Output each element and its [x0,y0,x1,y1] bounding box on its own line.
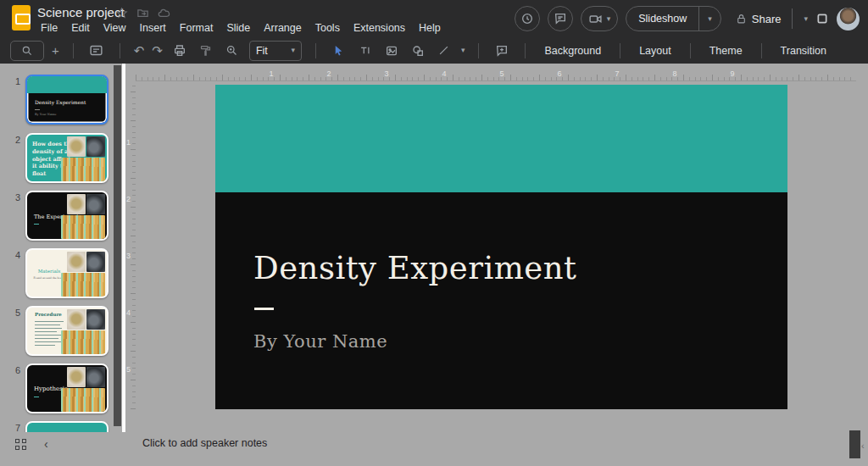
text-box-icon[interactable] [356,42,375,60]
right-panel-chevron-icon[interactable]: ‹ [861,441,865,451]
slide-number-4: 4 [0,250,20,260]
insert-shape-icon[interactable] [409,42,427,60]
filmstrip-scrollbar[interactable] [114,65,121,426]
thumb1-teal-band [27,76,107,93]
undo-icon[interactable]: ↶ [134,44,145,57]
insert-line-icon[interactable] [435,42,453,60]
bottles-photo [61,273,105,297]
slide-canvas: 12 34 56 78 9 12 34 5 Density Experiment… [125,64,868,432]
menu-view[interactable]: View [97,20,133,36]
slide-subtitle[interactable]: By Your Name [253,331,387,352]
thumb3-photos [67,194,105,239]
filmstrip-divider [122,64,125,432]
zoom-value: Fit [256,45,268,57]
slideshow-caret-icon[interactable]: ▾ [699,15,721,23]
menu-arrange[interactable]: Arrange [257,20,308,36]
thumb1-title: Density Experiment [35,99,86,105]
toolbar: + ↶ ↷ Fit ▾ ▾ Background Lay [0,37,868,64]
slide-thumbnail-6[interactable]: Hypothesis [25,363,108,413]
theme-button[interactable]: Theme [704,45,748,57]
scale-photo [86,194,105,214]
slide-filmstrip: 1 Density Experiment By Your Name 2 How … [0,64,125,432]
slide-number-3: 3 [0,192,20,202]
version-history-button[interactable] [515,6,540,31]
menu-extensions[interactable]: Extensions [347,20,412,36]
menu-file[interactable]: File [34,20,64,36]
bottles-photo [61,330,105,354]
bottles-photo [61,158,105,181]
paint-format-icon[interactable] [197,42,215,60]
google-slides-app: Science project File Edit View Insert Fo… [0,0,868,466]
menu-edit[interactable]: Edit [64,20,97,36]
redo-icon[interactable]: ↷ [152,44,163,57]
scale-photo [86,252,105,272]
top-right-controls: ▾ Slideshow ▾ Share ▾ [515,0,860,37]
slide-teal-band[interactable] [215,85,787,192]
slide-thumbnail-2[interactable]: How does the density of an object affect… [25,133,108,183]
collapse-filmstrip-icon[interactable]: ‹ [44,438,48,450]
comments-button[interactable] [548,6,573,31]
speaker-notes-bar: ‹ Click to add speaker notes [0,432,868,466]
zoom-select[interactable]: Fit ▾ [249,41,302,61]
zoom-in-icon[interactable] [223,42,242,60]
new-slide-plus-icon[interactable]: + [52,44,59,57]
bottles-photo [61,215,105,239]
line-caret-icon[interactable]: ▾ [461,47,465,54]
menu-bar: File Edit View Insert Format Slide Arran… [34,20,448,36]
slideshow-button-group: Slideshow ▾ [626,6,721,31]
thumb6-photos [67,367,105,412]
transition-button[interactable]: Transition [776,45,832,57]
speaker-notes-placeholder[interactable]: Click to add speaker notes [142,437,267,449]
measuring-cup-photo [67,136,86,157]
slide-number-7: 7 [0,423,20,432]
select-tool-icon[interactable] [330,42,348,60]
side-panel-icon[interactable] [815,12,829,25]
thumb1-subtitle: By Your Name [35,113,56,116]
slide-thumbnail-4[interactable]: Materials Found around the house [25,248,108,298]
slide-thumbnail-5[interactable]: Procedure [25,306,108,356]
layout-button[interactable]: Layout [634,45,676,57]
slide-thumbnail-3[interactable]: The Experiment [25,191,108,241]
share-button[interactable]: Share [736,13,782,25]
lock-icon [736,14,747,25]
search-icon [21,45,33,57]
thumb5-title: Procedure [35,312,62,317]
meet-button[interactable]: ▾ [581,6,619,31]
document-title[interactable]: Science project [37,5,125,19]
thumb5-photos [67,309,105,354]
account-avatar[interactable] [837,8,860,31]
share-label: Share [752,13,782,25]
search-menus-button[interactable] [10,41,44,61]
meet-caret-icon[interactable]: ▾ [607,15,611,23]
slide-thumbnail-1[interactable]: Density Experiment By Your Name [25,75,108,125]
header-divider [792,8,793,29]
scale-photo [86,136,105,157]
menu-tools[interactable]: Tools [309,20,347,36]
print-icon[interactable] [170,42,189,60]
slide-layout-icon[interactable] [87,42,106,60]
slide-title-dash [254,308,274,310]
menu-format[interactable]: Format [173,20,220,36]
insert-comment-icon[interactable] [492,42,511,60]
insert-image-icon[interactable] [382,42,401,60]
slide-title[interactable]: Density Experiment [253,250,576,286]
zoom-caret-icon: ▾ [291,47,295,54]
right-panel-handle[interactable] [849,430,860,458]
menu-slide[interactable]: Slide [220,20,257,36]
measuring-cup-photo [67,367,86,387]
slides-logo-icon[interactable] [12,5,31,31]
share-caret-icon[interactable]: ▾ [804,15,808,23]
thumb4-photos [67,252,105,297]
slide-page[interactable]: Density Experiment By Your Name [215,85,787,409]
thumb2-photos [67,136,105,181]
slide-thumbnail-7[interactable] [25,421,108,432]
scale-photo [86,309,105,330]
top-bar: Science project File Edit View Insert Fo… [0,0,868,37]
menu-insert[interactable]: Insert [133,20,173,36]
background-button[interactable]: Background [539,45,606,57]
measuring-cup-photo [67,309,86,330]
menu-help[interactable]: Help [412,20,448,36]
slideshow-button[interactable]: Slideshow [626,13,698,25]
measuring-cup-photo [67,252,86,272]
grid-view-icon[interactable] [15,439,26,450]
